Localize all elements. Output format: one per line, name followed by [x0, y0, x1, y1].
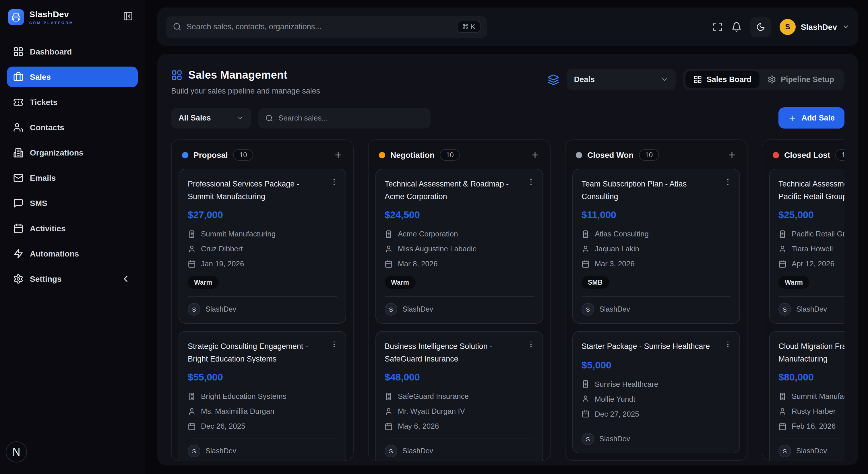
bell-icon[interactable] [732, 22, 742, 32]
more-vertical-icon[interactable] [527, 340, 535, 348]
theme-toggle-button[interactable] [750, 17, 771, 37]
nextjs-dev-badge[interactable]: N [6, 441, 27, 463]
keyboard-shortcut-badge: ⌘ K [457, 21, 480, 33]
card-footer: S SlashDev [188, 439, 337, 457]
building-icon [188, 230, 196, 238]
calendar-icon [13, 223, 24, 233]
header-controls: Deals Sales Board Pipeline Setup [548, 69, 844, 90]
tab-sales-board[interactable]: Sales Board [685, 71, 760, 88]
more-vertical-icon[interactable] [724, 178, 732, 186]
deal-tag-badge: Warm [384, 276, 415, 289]
deal-amount: $48,000 [384, 372, 534, 384]
mail-icon [13, 173, 24, 183]
deal-organization: Pacific Retail Group [792, 229, 844, 238]
user-icon [582, 395, 590, 403]
sales-filter-select[interactable]: All Sales [171, 107, 251, 128]
sidebar-item-label: Automations [30, 249, 79, 258]
deal-date-row: Jan 19, 2026 [188, 259, 337, 268]
sidebar-item-organizations[interactable]: Organizations [7, 142, 138, 163]
column-status-dot [182, 152, 188, 158]
more-vertical-icon[interactable] [527, 178, 535, 186]
deal-contact: Ms. Maximillia Durgan [201, 407, 274, 416]
grid-icon [693, 75, 702, 84]
deal-card[interactable]: Strategic Consulting Engagement - Bright… [179, 331, 346, 461]
add-card-icon[interactable] [727, 150, 737, 160]
sidebar-item-label: Settings [30, 274, 61, 283]
deal-title: Team Subscription Plan - Atlas Consultin… [582, 178, 731, 202]
deal-tag-badge: Warm [778, 276, 809, 289]
deal-title: Business Intelligence Solution - SafeGua… [384, 340, 534, 365]
building-icon [384, 392, 393, 401]
calendar-icon [582, 410, 590, 418]
sidebar-item-emails[interactable]: Emails [7, 167, 138, 188]
fullscreen-icon[interactable] [712, 22, 723, 32]
sidebar-item-sales[interactable]: Sales [7, 67, 138, 87]
sidebar-item-label: Sales [30, 72, 51, 82]
add-card-icon[interactable] [334, 150, 343, 160]
add-sale-button[interactable]: Add Sale [778, 107, 844, 129]
deal-contact-row: Jaquan Lakin [582, 245, 731, 253]
column-count-badge: 10 [639, 149, 659, 161]
card-footer: S SlashDev [384, 439, 534, 457]
deal-amount: $5,000 [582, 360, 731, 371]
column-status-dot [379, 152, 385, 158]
add-card-icon[interactable] [530, 150, 539, 160]
deal-organization: Sunrise Healthcare [595, 380, 658, 388]
sidebar-item-contacts[interactable]: Contacts [7, 117, 138, 138]
tab-pipeline-setup[interactable]: Pipeline Setup [760, 71, 842, 88]
search-placeholder: Search sales, contacts, organizations... [187, 22, 321, 31]
deal-date-row: Apr 12, 2026 [778, 259, 844, 268]
more-vertical-icon[interactable] [330, 340, 338, 348]
deal-card[interactable]: Starter Package - Sunrise Healthcare $5,… [572, 331, 740, 453]
sidebar-item-dashboard[interactable]: Dashboard [7, 41, 138, 62]
column-status-dot [576, 152, 582, 158]
deal-card[interactable]: Technical Assessment & Roadmap - Pacific… [769, 169, 844, 324]
sidebar-item-settings[interactable]: Settings [7, 268, 138, 289]
sidebar-item-automations[interactable]: Automations [7, 243, 138, 264]
layers-icon [548, 74, 559, 85]
deal-date-row: Mar 8, 2026 [384, 259, 534, 268]
chevron-left-icon[interactable] [121, 274, 131, 284]
building-icon [582, 230, 590, 238]
deal-title: Technical Assessment & Roadmap - Acme Co… [384, 178, 534, 202]
sidebar-item-tickets[interactable]: Tickets [7, 92, 138, 113]
deal-contact-row: Cruz Dibbert [188, 245, 337, 253]
global-search-input[interactable]: Search sales, contacts, organizations...… [166, 16, 487, 38]
sidebar-collapse-icon[interactable] [123, 11, 133, 21]
owner-avatar: S [778, 445, 791, 457]
deal-date: Dec 27, 2025 [595, 410, 639, 418]
more-vertical-icon[interactable] [330, 178, 338, 186]
gear-icon [768, 75, 776, 84]
sidebar-item-sms[interactable]: SMS [7, 193, 138, 214]
sales-search-input[interactable]: Search sales... [258, 107, 431, 128]
calendar-icon [384, 260, 393, 268]
deal-card[interactable]: Team Subscription Plan - Atlas Consultin… [572, 169, 740, 324]
entity-select[interactable]: Deals [567, 69, 676, 90]
user-icon [188, 245, 196, 253]
card-footer: S SlashDev [582, 297, 731, 316]
deal-card[interactable]: Cloud Migration Framework - Summit Manuf… [769, 331, 844, 461]
deal-date: Jan 19, 2026 [201, 259, 244, 268]
deal-date-row: Mar 3, 2026 [582, 259, 731, 268]
user-icon [778, 407, 786, 415]
calendar-icon [384, 422, 393, 431]
deal-card[interactable]: Technical Assessment & Roadmap - Acme Co… [375, 169, 543, 324]
sales-filter-value: All Sales [179, 114, 211, 122]
owner-avatar: S [384, 445, 397, 457]
kanban-column: Closed Won 10 Team Subscription Plan - A… [565, 139, 747, 461]
user-menu[interactable]: S SlashDev [780, 19, 849, 35]
message-icon [13, 198, 24, 208]
deal-card[interactable]: Professional Services Package - Summit M… [179, 169, 346, 324]
column-status-dot [773, 152, 779, 158]
more-vertical-icon[interactable] [724, 340, 732, 348]
sidebar-item-activities[interactable]: Activities [7, 218, 138, 239]
deal-date: Apr 12, 2026 [792, 259, 834, 268]
search-icon [173, 22, 181, 31]
deal-contact: Mollie Yundt [595, 395, 635, 403]
deal-card[interactable]: Business Intelligence Solution - SafeGua… [375, 331, 543, 461]
deal-organization-row: Acme Corporation [384, 229, 534, 238]
sidebar: SlashDev CRM PLATFORM Dashboard Sales Ti… [0, 0, 145, 474]
deal-contact: Rusty Harber [792, 407, 836, 416]
deal-date: Mar 3, 2026 [595, 259, 634, 268]
column-name: Proposal [193, 150, 228, 160]
